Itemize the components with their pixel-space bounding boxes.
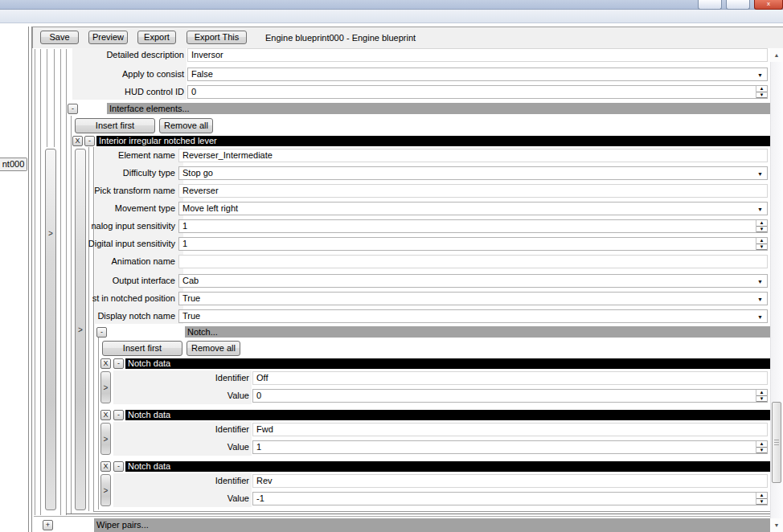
field-label: Identifier bbox=[215, 423, 249, 436]
chevron-down-icon[interactable]: ▼ bbox=[757, 296, 763, 301]
spin-down-icon[interactable]: ▼ bbox=[756, 227, 767, 233]
field-label: nalog input sensitivity bbox=[91, 219, 175, 233]
export-this-button[interactable]: Export This bbox=[187, 31, 247, 44]
chevron-down-icon[interactable]: ▼ bbox=[757, 278, 763, 284]
collapse-button[interactable]: - bbox=[113, 410, 124, 420]
apply-to-consist-dropdown[interactable]: False▼ bbox=[187, 68, 768, 81]
dropdown-value: Stop go bbox=[182, 168, 213, 178]
delete-item-button[interactable]: X bbox=[100, 461, 111, 472]
output-interface-dropdown[interactable]: Cab▼ bbox=[178, 274, 768, 288]
item-header-lever: Interior irregular notched lever bbox=[96, 136, 770, 146]
group-border-bottom bbox=[93, 511, 770, 512]
chevron-down-icon[interactable]: ▼ bbox=[757, 170, 763, 176]
spin-down-icon[interactable]: ▼ bbox=[756, 499, 767, 505]
collapse-button[interactable]: - bbox=[96, 327, 107, 338]
analog-input-sensitivity-spinner[interactable]: 1 ▲▼ bbox=[178, 219, 768, 233]
delete-item-button[interactable]: X bbox=[100, 410, 111, 420]
spin-control: ▲▼ bbox=[756, 441, 767, 453]
chevron-down-icon[interactable]: ▼ bbox=[757, 313, 763, 319]
preview-button[interactable]: Preview bbox=[88, 31, 128, 44]
pick-transform-name-field[interactable]: Reverser bbox=[178, 184, 768, 198]
spinner-value: 1 bbox=[182, 239, 187, 248]
spin-down-icon[interactable]: ▼ bbox=[756, 448, 767, 454]
field-label: Animation name bbox=[112, 255, 176, 268]
insert-first-button[interactable]: Insert first bbox=[102, 341, 182, 356]
remove-all-button[interactable]: Remove all bbox=[159, 118, 213, 133]
notch-identifier-field[interactable]: Rev bbox=[252, 474, 768, 488]
spin-up-icon[interactable]: ▲ bbox=[756, 238, 767, 244]
scroll-down-icon[interactable]: ▼ bbox=[770, 518, 783, 532]
notch-identifier-field[interactable]: Off bbox=[252, 371, 768, 385]
spin-up-icon[interactable]: ▲ bbox=[756, 493, 767, 499]
field-label: HUD control ID bbox=[125, 85, 184, 99]
field-label: st in notched position bbox=[92, 292, 175, 305]
export-button[interactable]: Export bbox=[137, 31, 176, 44]
field-label: Pick transform name bbox=[94, 184, 175, 198]
notch-identifier-field[interactable]: Fwd bbox=[252, 423, 768, 436]
collapse-button[interactable]: - bbox=[113, 461, 124, 472]
chevron-down-icon[interactable]: ▼ bbox=[757, 72, 763, 77]
spin-control: ▲▼ bbox=[756, 86, 767, 98]
notch-expander-handle[interactable]: > bbox=[100, 423, 111, 455]
spin-up-icon[interactable]: ▲ bbox=[756, 86, 767, 92]
left-panel-border-inner bbox=[31, 27, 32, 532]
animation-name-field[interactable] bbox=[178, 255, 768, 268]
sidebar-item-blueprint[interactable]: nt000 bbox=[0, 158, 27, 171]
notch-expander-handle[interactable]: > bbox=[100, 474, 111, 506]
minimize-button[interactable] bbox=[698, 0, 722, 10]
spin-down-icon[interactable]: ▼ bbox=[756, 396, 767, 403]
scroll-up-icon[interactable]: ▲ bbox=[770, 48, 783, 62]
save-button[interactable]: Save bbox=[40, 31, 79, 44]
field-label: Movement type bbox=[115, 202, 175, 215]
delete-item-button[interactable]: X bbox=[100, 358, 111, 369]
menu-strip bbox=[0, 10, 783, 23]
spin-up-icon[interactable]: ▲ bbox=[756, 220, 767, 227]
display-notch-name-dropdown[interactable]: True▼ bbox=[178, 309, 768, 323]
lever-expander-handle[interactable]: > bbox=[75, 149, 86, 510]
expand-button[interactable]: + bbox=[43, 520, 53, 530]
notch-value-spinner[interactable]: -1 ▲▼ bbox=[252, 492, 768, 505]
dropdown-value: Cab bbox=[182, 276, 199, 285]
element-name-field[interactable]: Reverser_Intermediate bbox=[178, 149, 768, 162]
section-header-notch: Notch... bbox=[185, 326, 770, 338]
notch-value-spinner[interactable]: 1 ▲▼ bbox=[252, 440, 768, 454]
spinner-value: 1 bbox=[182, 221, 187, 231]
spin-down-icon[interactable]: ▼ bbox=[756, 92, 767, 99]
item-header-notch-data: Notch data bbox=[125, 410, 770, 420]
delete-item-button[interactable]: X bbox=[72, 136, 83, 146]
spinner-value: 1 bbox=[256, 442, 261, 452]
chevron-down-icon[interactable]: ▼ bbox=[757, 206, 763, 211]
blueprint-editor-window: x nt000 Save Preview Export Export This … bbox=[0, 0, 783, 532]
movement-type-dropdown[interactable]: Move left right▼ bbox=[178, 202, 768, 215]
item-header-notch-data: Notch data bbox=[125, 461, 770, 472]
digital-input-sensitivity-spinner[interactable]: 1 ▲▼ bbox=[178, 237, 768, 251]
group-border bbox=[47, 49, 47, 147]
notch-value-spinner[interactable]: 0 ▲▼ bbox=[252, 389, 768, 403]
group-border bbox=[54, 49, 55, 147]
difficulty-type-dropdown[interactable]: Stop go▼ bbox=[178, 166, 768, 180]
remove-all-button[interactable]: Remove all bbox=[187, 341, 240, 356]
close-button[interactable]: x bbox=[754, 0, 783, 10]
collapse-button[interactable]: - bbox=[68, 104, 78, 114]
collapse-button[interactable]: - bbox=[84, 136, 95, 146]
insert-first-button[interactable]: Insert first bbox=[75, 118, 155, 133]
spin-up-icon[interactable]: ▲ bbox=[756, 441, 767, 448]
group-border-bottom bbox=[66, 514, 770, 514]
section-expander-handle[interactable]: > bbox=[45, 149, 56, 510]
detailed-description-field[interactable]: Inversor bbox=[187, 48, 768, 62]
group-border bbox=[60, 49, 61, 515]
spin-down-icon[interactable]: ▼ bbox=[756, 244, 767, 251]
group-border bbox=[88, 147, 89, 511]
maximize-button[interactable] bbox=[726, 0, 750, 10]
hud-control-id-spinner[interactable]: 0 ▲▼ bbox=[187, 85, 768, 99]
field-label: Value bbox=[228, 389, 249, 403]
rest-in-notched-position-dropdown[interactable]: True▼ bbox=[178, 292, 768, 305]
notch-expander-handle[interactable]: > bbox=[100, 371, 111, 403]
collapse-button[interactable]: - bbox=[113, 358, 124, 369]
spin-control: ▲▼ bbox=[756, 220, 767, 232]
chevron-right-icon: > bbox=[101, 436, 110, 444]
scrollbar-thumb[interactable] bbox=[772, 402, 781, 483]
chevron-right-icon: > bbox=[46, 230, 55, 238]
spin-up-icon[interactable]: ▲ bbox=[756, 390, 767, 396]
title-bar bbox=[0, 0, 783, 10]
